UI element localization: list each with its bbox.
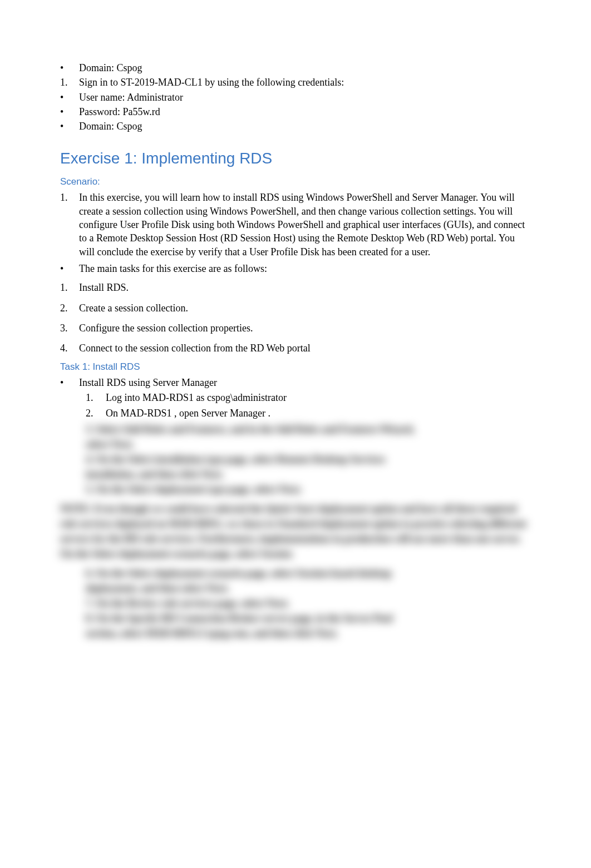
tasks-intro-item: • The main tasks for this exercise are a… xyxy=(60,262,531,275)
number-marker: 2. xyxy=(60,301,79,315)
task-item: 1. Install RDS. xyxy=(60,281,531,294)
list-text: Sign in to ST-2019-MAD-CL1 by using the … xyxy=(79,76,531,89)
blurred-line: deployment, and then select Next. xyxy=(86,581,531,596)
step-text: Log into MAD-RDS1 as cspog\administrator xyxy=(106,391,531,404)
blurred-line: 8. On the Specify RD Connection Broker s… xyxy=(86,611,531,626)
task1-intro: Install RDS using Server Manager xyxy=(79,376,531,389)
list-text: Domain: Cspog xyxy=(79,61,531,75)
scenario-body: In this exercise, you will learn how to … xyxy=(79,191,531,258)
blurred-line: 6. On the Select deployment scenario pag… xyxy=(86,566,531,581)
step-item: 1. Log into MAD-RDS1 as cspog\administra… xyxy=(86,391,531,404)
list-item: 1. Sign in to ST-2019-MAD-CL1 by using t… xyxy=(60,76,531,89)
list-item: • Domain: Cspog xyxy=(60,120,531,133)
list-text: Domain: Cspog xyxy=(79,120,531,133)
number-marker: 1. xyxy=(86,391,106,404)
exercise-title: Exercise 1: Implementing RDS xyxy=(60,150,531,167)
number-marker: 4. xyxy=(60,341,79,355)
number-marker: 1. xyxy=(60,281,79,294)
bullet-marker: • xyxy=(60,105,79,118)
task-item: 2. Create a session collection. xyxy=(60,301,531,315)
blurred-note: NOTE: Even though we could have selected… xyxy=(60,502,531,562)
task1-intro-item: • Install RDS using Server Manager xyxy=(60,376,531,389)
blurred-line: select Next. xyxy=(86,437,531,452)
task-item: 4. Connect to the session collection fro… xyxy=(60,341,531,355)
list-item: • User name: Administrator xyxy=(60,91,531,104)
task-text: Connect to the session collection from t… xyxy=(79,341,531,355)
blurred-line: installation, and then click Next. xyxy=(86,467,531,482)
main-tasks-list: 1. Install RDS. 2. Create a session coll… xyxy=(60,281,531,355)
bullet-marker: • xyxy=(60,120,79,133)
task-text: Configure the session collection propert… xyxy=(79,321,531,335)
blurred-line: 7. On the Review role services page, sel… xyxy=(86,596,531,611)
task-text: Install RDS. xyxy=(79,281,531,294)
list-text: User name: Administrator xyxy=(79,91,531,104)
number-marker: 1. xyxy=(60,76,79,89)
list-text: Password: Pa55w.rd xyxy=(79,105,531,118)
blurred-line: section, select MAD-RDS1.Cspog.com, and … xyxy=(86,626,531,641)
blurred-line: 3. Select Add Roles and Features, and in… xyxy=(86,422,531,437)
bullet-marker: • xyxy=(60,91,79,104)
blurred-line: 5. On the Select deployment type page, s… xyxy=(86,482,531,497)
step-text: On MAD-RDS1 , open Server Manager . xyxy=(106,406,531,420)
blurred-content: 3. Select Add Roles and Features, and in… xyxy=(60,422,531,641)
credentials-list: • Domain: Cspog 1. Sign in to ST-2019-MA… xyxy=(60,61,531,133)
bullet-marker: • xyxy=(60,61,79,75)
step-item: 2. On MAD-RDS1 , open Server Manager . xyxy=(86,406,531,420)
scenario-body-item: 1. In this exercise, you will learn how … xyxy=(60,191,531,258)
blurred-line: 4. On the Select installation type page,… xyxy=(86,452,531,467)
number-marker: 3. xyxy=(60,321,79,335)
scenario-label: Scenario: xyxy=(60,176,531,187)
task-text: Create a session collection. xyxy=(79,301,531,315)
number-marker: 1. xyxy=(60,191,79,258)
list-item: • Domain: Cspog xyxy=(60,61,531,75)
bullet-marker: • xyxy=(60,262,79,275)
number-marker: 2. xyxy=(86,406,106,420)
task1-steps: 1. Log into MAD-RDS1 as cspog\administra… xyxy=(60,391,531,420)
bullet-marker: • xyxy=(60,376,79,389)
tasks-intro: The main tasks for this exercise are as … xyxy=(79,262,531,275)
list-item: • Password: Pa55w.rd xyxy=(60,105,531,118)
task1-heading: Task 1: Install RDS xyxy=(60,361,531,373)
task-item: 3. Configure the session collection prop… xyxy=(60,321,531,335)
